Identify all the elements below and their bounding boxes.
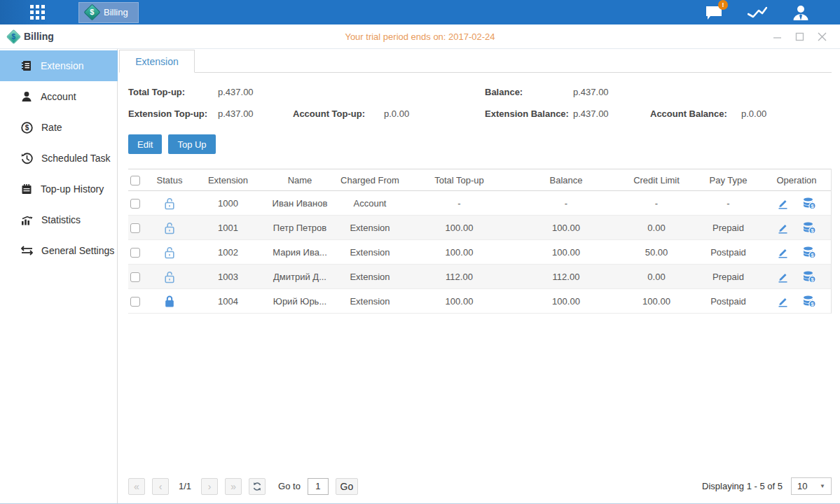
- displaying-info: Displaying 1 - 5 of 5: [702, 481, 783, 491]
- col-total-topup: Total Top-up: [405, 175, 514, 186]
- go-button[interactable]: Go: [336, 478, 358, 495]
- sidebar-item-label: General Settings: [41, 245, 114, 256]
- lock-status-icon: [148, 246, 191, 259]
- credit-limit-cell: 0.00: [619, 223, 694, 233]
- row-checkbox[interactable]: [130, 297, 140, 307]
- sidebar-item-statistics[interactable]: Statistics: [0, 204, 117, 235]
- edit-row-icon[interactable]: [777, 246, 789, 258]
- lock-status-icon: [148, 221, 191, 234]
- last-page-button[interactable]: »: [225, 478, 242, 495]
- credit-limit-cell: 0.00: [619, 272, 694, 282]
- total-topup-label: Total Top-up:: [128, 87, 218, 97]
- billing-diamond-icon: $: [83, 4, 100, 20]
- account-icon: [21, 91, 32, 102]
- page-size-select[interactable]: 10 ▼: [791, 477, 832, 495]
- col-charged-from: Charged From: [335, 175, 405, 186]
- prev-page-button[interactable]: ‹: [152, 478, 169, 495]
- table-row: 1004 Юрий Юрь... Extension 100.00 100.00…: [128, 289, 831, 314]
- goto-page-input[interactable]: [308, 478, 329, 495]
- edit-row-icon[interactable]: [777, 295, 789, 307]
- row-checkbox[interactable]: [130, 272, 140, 282]
- balance-cell: 100.00: [514, 223, 619, 233]
- pay-type-cell: -: [694, 198, 762, 209]
- name-cell: Петр Петров: [265, 223, 335, 233]
- total-topup-cell: -: [405, 198, 514, 209]
- lock-status-icon: [148, 295, 191, 308]
- credit-limit-cell: 100.00: [619, 296, 694, 307]
- topup-row-icon[interactable]: $: [803, 197, 816, 209]
- refresh-button[interactable]: [249, 478, 266, 495]
- first-page-button[interactable]: «: [128, 478, 145, 495]
- charged-from-cell: Extension: [335, 223, 405, 233]
- table-row: 1002 Мария Ива... Extension 100.00 100.0…: [128, 240, 831, 265]
- trial-notice: Your trial period ends on: 2017-02-24: [0, 31, 840, 42]
- refresh-icon: [252, 482, 262, 491]
- sidebar-item-scheduled-task[interactable]: Scheduled Task: [0, 143, 117, 174]
- col-status: Status: [148, 175, 191, 186]
- page-info: 1/1: [179, 481, 191, 491]
- sidebar-item-rate[interactable]: $ Rate: [0, 112, 117, 143]
- extension-table: Status Extension Name Charged From Total…: [128, 169, 832, 314]
- topup-row-icon[interactable]: $: [803, 246, 816, 258]
- sidebar-item-label: Scheduled Task: [41, 153, 111, 164]
- edit-row-icon[interactable]: [777, 271, 789, 283]
- sidebar-item-label: Statistics: [41, 214, 81, 225]
- account-topup-value: p.0.00: [384, 108, 485, 119]
- sidebar-item-label: Rate: [41, 122, 62, 133]
- topup-row-icon[interactable]: $: [803, 295, 816, 307]
- extension-cell: 1004: [191, 296, 265, 307]
- account-topup-label: Account Top-up:: [293, 108, 384, 119]
- next-page-button[interactable]: ›: [201, 478, 218, 495]
- charged-from-cell: Extension: [335, 247, 405, 258]
- edit-row-icon[interactable]: [777, 197, 789, 209]
- maximize-icon[interactable]: [794, 31, 805, 42]
- extension-topup-label: Extension Top-up:: [128, 108, 218, 119]
- pay-type-cell: Prepaid: [694, 272, 762, 282]
- notification-badge: !: [718, 0, 728, 10]
- messages-icon[interactable]: !: [704, 4, 724, 22]
- topup-row-icon[interactable]: $: [803, 271, 816, 283]
- tab-strip: Extension: [119, 50, 832, 73]
- apps-grid-icon[interactable]: [27, 2, 48, 23]
- balance-cell: 100.00: [514, 247, 619, 258]
- edit-button[interactable]: Edit: [128, 134, 162, 154]
- top-up-button[interactable]: Top Up: [168, 134, 215, 154]
- sidebar-item-label: Extension: [41, 60, 83, 71]
- topup-history-icon: [21, 183, 32, 195]
- edit-row-icon[interactable]: [777, 222, 789, 234]
- row-checkbox[interactable]: [130, 223, 140, 233]
- page-size-value: 10: [797, 481, 807, 491]
- lock-status-icon: [148, 270, 191, 284]
- sidebar-item-account[interactable]: Account: [0, 81, 117, 112]
- balance-summary: Total Top-up: p.437.00 Balance: p.437.00…: [128, 81, 832, 125]
- row-checkbox[interactable]: [130, 248, 140, 258]
- balance-value: p.437.00: [573, 87, 650, 97]
- close-icon[interactable]: [816, 31, 827, 42]
- balance-cell: 112.00: [514, 272, 619, 282]
- statistics-topbar-icon[interactable]: [748, 4, 767, 22]
- sidebar-item-label: Top-up History: [41, 183, 104, 195]
- sidebar-item-extension[interactable]: Extension: [0, 50, 118, 81]
- pay-type-cell: Postpaid: [694, 296, 762, 307]
- topup-row-icon[interactable]: $: [803, 222, 816, 234]
- row-checkbox[interactable]: [130, 199, 140, 209]
- name-cell: Юрий Юрь...: [265, 296, 335, 307]
- tab-extension[interactable]: Extension: [119, 50, 195, 73]
- minimize-icon[interactable]: [771, 31, 783, 42]
- extension-icon: [21, 60, 32, 71]
- billing-app-tab[interactable]: $ Billing: [78, 2, 139, 23]
- charged-from-cell: Account: [335, 198, 405, 209]
- user-icon[interactable]: [791, 4, 811, 22]
- col-credit-limit: Credit Limit: [619, 175, 694, 186]
- balance-cell: -: [514, 198, 619, 209]
- top-application-bar: $ Billing !: [0, 0, 840, 24]
- rate-icon: $: [21, 122, 33, 134]
- account-balance-label: Account Balance:: [650, 108, 741, 119]
- col-extension: Extension: [191, 175, 265, 186]
- table-row: 1000 Иван Иванов Account - - - - $: [128, 191, 831, 216]
- sidebar-item-topup-history[interactable]: Top-up History: [0, 174, 117, 204]
- sidebar-item-general-settings[interactable]: General Settings: [0, 235, 117, 266]
- select-all-checkbox[interactable]: [130, 176, 140, 186]
- extension-cell: 1001: [191, 223, 265, 233]
- charged-from-cell: Extension: [335, 296, 405, 307]
